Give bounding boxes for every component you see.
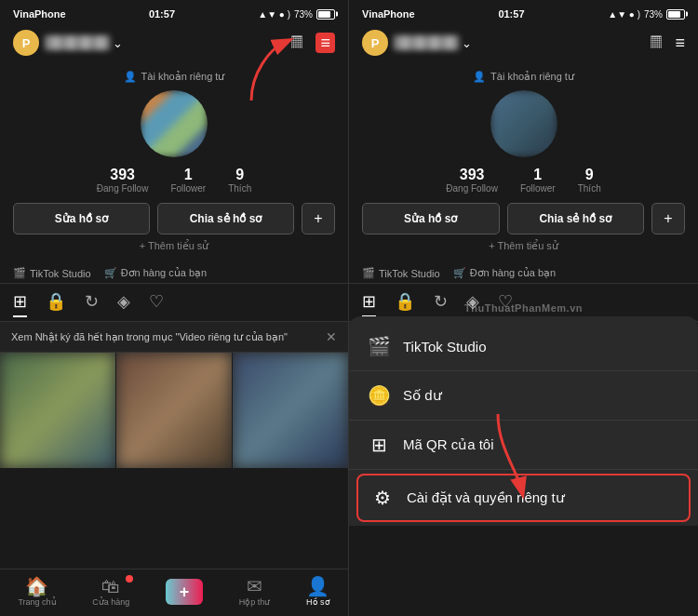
home-label: Trang chủ <box>18 597 56 607</box>
left-panel: VinaPhone 01:57 ▲▼ ● ) 73% P ⌄ 𝄜 ≡ 👤 Tài… <box>0 0 349 616</box>
private-label-left: Tài khoản riêng tư <box>141 71 225 83</box>
battery-pct: 73% <box>294 9 313 20</box>
tab-repost-r[interactable]: ↻ <box>434 288 448 317</box>
edit-profile-btn[interactable]: Sửa hồ sơ <box>13 203 150 234</box>
avatar-right[interactable]: P <box>362 30 388 56</box>
profile-buttons-right: Sửa hồ sơ Chia sẻ hồ sơ + <box>349 203 698 234</box>
follower-count: 1 <box>184 167 193 183</box>
nav-right-right: 𝄜 ≡ <box>651 34 685 51</box>
profile-avatar-left <box>141 90 208 157</box>
private-label-right: Tài khoản riêng tư <box>490 71 574 83</box>
menu-btn-right[interactable]: ≡ <box>675 34 685 51</box>
carrier-right: VinaPhone <box>362 8 415 20</box>
subnav-studio[interactable]: 🎬 TikTok Studio <box>13 267 91 279</box>
battery-pct-right: 73% <box>644 9 663 20</box>
notif-close-left[interactable]: ✕ <box>326 329 337 344</box>
stat-likes-r: 9 Thích <box>578 167 601 194</box>
tab-grid-r[interactable]: ⊞ <box>362 288 376 317</box>
notif-text-left: Xem Nhật ký đã hết hạn trong mục "Video … <box>11 331 326 343</box>
right-panel: VinaPhone 01:57 ▲▼ ● ) 73% P ⌄ 𝄜 ≡ 👤 Tài… <box>349 0 698 616</box>
dropdown-chevron-right[interactable]: ⌄ <box>462 36 472 50</box>
menu-balance-label: Số dư <box>403 387 442 404</box>
create-btn[interactable]: + <box>166 579 203 605</box>
tab-lock-r[interactable]: 🔒 <box>395 288 415 317</box>
profile-icon: 👤 <box>306 577 329 596</box>
sub-nav-right: 🎬 TikTok Studio 🛒 Đơn hàng của bạn <box>349 263 698 284</box>
stats-row-right: 393 Đang Follow 1 Follower 9 Thích <box>446 167 600 194</box>
battery-icon <box>316 9 335 20</box>
tab-lock[interactable]: 🔒 <box>46 288 66 317</box>
add-friend-btn[interactable]: + <box>302 203 335 234</box>
followers-icon-btn-right[interactable]: 𝄜 <box>651 34 662 51</box>
tab-liked[interactable]: ♡ <box>149 288 164 317</box>
inbox-label: Hộp thư <box>239 597 271 607</box>
profile-section-left: 👤 Tài khoản riêng tư 393 Đang Follow 1 F… <box>0 61 348 263</box>
subnav-studio-label-r: TikTok Studio <box>379 268 440 279</box>
nav-left: P ⌄ <box>13 30 123 56</box>
dropdown-menu: 🎬 TikTok Studio 🪙 Số dư ⊞ Mã QR của tôi … <box>349 316 698 526</box>
bio-btn-left[interactable]: + Thêm tiểu sử <box>140 240 209 252</box>
stat-following: 393 Đang Follow <box>97 167 149 194</box>
time-left: 01:57 <box>149 8 175 20</box>
likes-label: Thích <box>228 183 251 194</box>
subnav-orders[interactable]: 🛒 Đơn hàng của bạn <box>104 267 208 279</box>
menu-qr-label: Mã QR của tôi <box>403 436 494 453</box>
menu-item-balance[interactable]: 🪙 Số dư <box>349 371 698 421</box>
menu-btn-highlighted[interactable]: ≡ <box>315 33 335 53</box>
avatar-left[interactable]: P <box>13 30 39 56</box>
home-icon: 🏠 <box>25 577 48 596</box>
status-bar-right: VinaPhone 01:57 ▲▼ ● ) 73% <box>349 0 698 26</box>
grid-item-3[interactable] <box>233 353 348 468</box>
shop-label: Cửa hàng <box>92 597 129 607</box>
nav-right-left: 𝄜 ≡ <box>291 33 335 53</box>
menu-studio-icon: 🎬 <box>368 335 390 357</box>
content-grid-left <box>0 353 348 569</box>
username-dropdown-right[interactable]: ⌄ <box>394 35 472 50</box>
profile-section-right: 👤 Tài khoản riêng tư 393 Đang Follow 1 F… <box>349 61 698 263</box>
menu-item-qr[interactable]: ⊞ Mã QR của tôi <box>349 421 698 470</box>
share-profile-btn-r[interactable]: Chia sẻ hồ sơ <box>507 203 645 234</box>
tab-repost[interactable]: ↻ <box>85 288 99 317</box>
profile-buttons-left: Sửa hồ sơ Chia sẻ hồ sơ + <box>0 203 348 234</box>
nav-inbox[interactable]: ✉ Hộp thư <box>239 577 271 607</box>
subnav-studio-label: TikTok Studio <box>30 268 91 279</box>
subnav-orders-label-r: Đơn hàng của bạn <box>470 267 557 279</box>
nav-home[interactable]: 🏠 Trang chủ <box>18 577 56 607</box>
likes-count: 9 <box>235 167 244 183</box>
stat-likes: 9 Thích <box>228 167 251 194</box>
private-badge-left: 👤 Tài khoản riêng tư <box>124 71 225 83</box>
nav-profile[interactable]: 👤 Hồ sơ <box>306 577 330 607</box>
tab-saved-r[interactable]: ◈ <box>466 288 479 317</box>
tab-liked-r[interactable]: ♡ <box>498 288 513 317</box>
dropdown-chevron[interactable]: ⌄ <box>113 36 123 50</box>
tab-grid[interactable]: ⊞ <box>13 288 27 317</box>
menu-studio-label: TikTok Studio <box>403 339 486 355</box>
menu-item-studio[interactable]: 🎬 TikTok Studio <box>349 322 698 371</box>
shop-badge <box>126 575 133 583</box>
username-dropdown[interactable]: ⌄ <box>45 35 123 50</box>
tab-saved[interactable]: ◈ <box>117 288 130 317</box>
grid-item-1[interactable] <box>0 353 115 468</box>
followers-icon-btn[interactable]: 𝄜 <box>291 34 302 51</box>
username-pixelated-right <box>394 35 459 50</box>
subnav-orders-r[interactable]: 🛒 Đơn hàng của bạn <box>453 267 557 279</box>
subnav-studio-r[interactable]: 🎬 TikTok Studio <box>362 267 440 279</box>
shop-icon: 🛍 <box>101 577 120 596</box>
add-friend-btn-r[interactable]: + <box>651 203 685 234</box>
menu-item-settings[interactable]: ⚙ Cài đặt và quyền riêng tư <box>356 474 691 522</box>
edit-profile-btn-r[interactable]: Sửa hồ sơ <box>362 203 500 234</box>
grid-item-2[interactable] <box>116 353 232 468</box>
stat-follower-r: 1 Follower <box>520 167 556 194</box>
top-nav-right: P ⌄ 𝄜 ≡ <box>349 26 698 61</box>
nav-create[interactable]: + <box>166 579 203 605</box>
battery-icon-right <box>666 9 685 20</box>
nav-shop[interactable]: 🛍 Cửa hàng <box>92 577 129 607</box>
share-profile-btn[interactable]: Chia sẻ hồ sơ <box>157 203 294 234</box>
profile-avatar-right <box>490 90 557 157</box>
notif-banner-left: Xem Nhật ký đã hết hạn trong mục "Video … <box>0 322 348 353</box>
bio-btn-right[interactable]: + Thêm tiểu sử <box>489 240 558 252</box>
username-pixelated <box>45 35 110 50</box>
nav-left-right: P ⌄ <box>362 30 472 56</box>
status-icons-right: ▲▼ ● ) 73% <box>608 9 685 20</box>
subnav-orders-label: Đơn hàng của bạn <box>121 267 208 279</box>
